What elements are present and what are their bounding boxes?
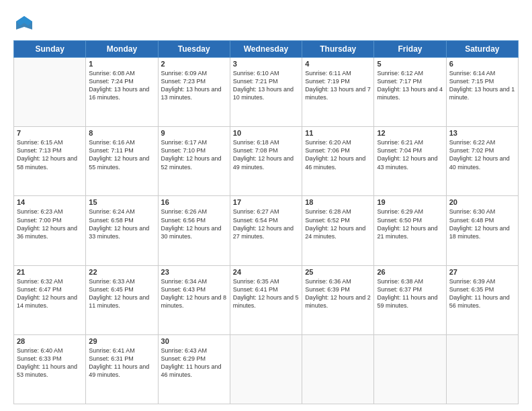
day-number: 17 — [233, 198, 299, 206]
day-detail: Sunrise: 6:10 AMSunset: 7:21 PMDaylight:… — [233, 69, 299, 102]
weekday-header-wednesday: Wednesday — [230, 41, 302, 58]
weekday-header-saturday: Saturday — [446, 41, 518, 58]
week-row-2: 7Sunrise: 6:15 AMSunset: 7:13 PMDaylight… — [14, 127, 519, 196]
day-detail: Sunrise: 6:35 AMSunset: 6:41 PMDaylight:… — [233, 277, 299, 310]
weekday-header-monday: Monday — [86, 41, 158, 58]
calendar-cell: 13Sunrise: 6:22 AMSunset: 7:02 PMDayligh… — [446, 127, 518, 196]
day-number: 20 — [449, 198, 515, 206]
calendar-cell: 12Sunrise: 6:21 AMSunset: 7:04 PMDayligh… — [374, 127, 446, 196]
calendar-cell — [230, 334, 302, 404]
week-row-3: 14Sunrise: 6:23 AMSunset: 7:00 PMDayligh… — [14, 196, 519, 265]
day-detail: Sunrise: 6:15 AMSunset: 7:13 PMDaylight:… — [17, 138, 83, 171]
calendar-cell: 19Sunrise: 6:29 AMSunset: 6:50 PMDayligh… — [374, 196, 446, 265]
day-number: 21 — [17, 268, 83, 276]
calendar-cell: 22Sunrise: 6:33 AMSunset: 6:45 PMDayligh… — [86, 265, 158, 334]
day-detail: Sunrise: 6:30 AMSunset: 6:48 PMDaylight:… — [449, 208, 515, 240]
calendar-cell: 29Sunrise: 6:41 AMSunset: 6:31 PMDayligh… — [86, 334, 158, 404]
calendar-cell: 14Sunrise: 6:23 AMSunset: 7:00 PMDayligh… — [14, 196, 86, 265]
day-detail: Sunrise: 6:21 AMSunset: 7:04 PMDaylight:… — [377, 138, 443, 171]
day-number: 2 — [161, 60, 227, 68]
logo — [13, 13, 38, 35]
calendar-cell: 11Sunrise: 6:20 AMSunset: 7:06 PMDayligh… — [302, 127, 374, 196]
weekday-header-thursday: Thursday — [302, 41, 374, 58]
calendar-cell: 30Sunrise: 6:43 AMSunset: 6:29 PMDayligh… — [158, 334, 230, 404]
day-number: 18 — [305, 198, 371, 206]
calendar-cell: 9Sunrise: 6:17 AMSunset: 7:10 PMDaylight… — [158, 127, 230, 196]
day-detail: Sunrise: 6:20 AMSunset: 7:06 PMDaylight:… — [305, 138, 371, 171]
calendar-cell: 15Sunrise: 6:24 AMSunset: 6:58 PMDayligh… — [86, 196, 158, 265]
calendar-cell: 24Sunrise: 6:35 AMSunset: 6:41 PMDayligh… — [230, 265, 302, 334]
day-detail: Sunrise: 6:08 AMSunset: 7:24 PMDaylight:… — [89, 69, 154, 102]
day-detail: Sunrise: 6:18 AMSunset: 7:08 PMDaylight:… — [233, 138, 299, 171]
calendar-cell: 4Sunrise: 6:11 AMSunset: 7:19 PMDaylight… — [302, 58, 374, 127]
calendar-cell: 25Sunrise: 6:36 AMSunset: 6:39 PMDayligh… — [302, 265, 374, 334]
day-detail: Sunrise: 6:36 AMSunset: 6:39 PMDaylight:… — [305, 277, 371, 310]
day-detail: Sunrise: 6:11 AMSunset: 7:19 PMDaylight:… — [305, 69, 371, 102]
calendar-cell: 18Sunrise: 6:28 AMSunset: 6:52 PMDayligh… — [302, 196, 374, 265]
calendar-cell: 10Sunrise: 6:18 AMSunset: 7:08 PMDayligh… — [230, 127, 302, 196]
day-number: 6 — [449, 60, 515, 68]
calendar-cell: 21Sunrise: 6:32 AMSunset: 6:47 PMDayligh… — [14, 265, 86, 334]
calendar-cell: 8Sunrise: 6:16 AMSunset: 7:11 PMDaylight… — [86, 127, 158, 196]
page: SundayMondayTuesdayWednesdayThursdayFrid… — [0, 0, 532, 411]
calendar-cell: 1Sunrise: 6:08 AMSunset: 7:24 PMDaylight… — [86, 58, 158, 127]
day-detail: Sunrise: 6:26 AMSunset: 6:56 PMDaylight:… — [161, 208, 227, 240]
calendar-table: SundayMondayTuesdayWednesdayThursdayFrid… — [13, 40, 519, 404]
day-detail: Sunrise: 6:28 AMSunset: 6:52 PMDaylight:… — [305, 208, 371, 240]
week-row-1: 1Sunrise: 6:08 AMSunset: 7:24 PMDaylight… — [14, 58, 519, 127]
header — [13, 11, 519, 35]
weekday-header-tuesday: Tuesday — [158, 41, 230, 58]
calendar-cell: 20Sunrise: 6:30 AMSunset: 6:48 PMDayligh… — [446, 196, 518, 265]
day-detail: Sunrise: 6:41 AMSunset: 6:31 PMDaylight:… — [89, 347, 154, 379]
day-detail: Sunrise: 6:39 AMSunset: 6:35 PMDaylight:… — [449, 277, 515, 310]
weekday-header-sunday: Sunday — [14, 41, 86, 58]
day-number: 3 — [233, 60, 299, 68]
day-detail: Sunrise: 6:22 AMSunset: 7:02 PMDaylight:… — [449, 138, 515, 171]
day-detail: Sunrise: 6:43 AMSunset: 6:29 PMDaylight:… — [161, 347, 227, 379]
day-detail: Sunrise: 6:38 AMSunset: 6:37 PMDaylight:… — [377, 277, 443, 310]
day-detail: Sunrise: 6:29 AMSunset: 6:50 PMDaylight:… — [377, 208, 443, 240]
day-detail: Sunrise: 6:14 AMSunset: 7:15 PMDaylight:… — [449, 69, 515, 102]
day-number: 26 — [377, 268, 443, 276]
day-number: 9 — [161, 129, 227, 137]
day-number: 19 — [377, 198, 443, 206]
calendar-cell: 5Sunrise: 6:12 AMSunset: 7:17 PMDaylight… — [374, 58, 446, 127]
day-number: 27 — [449, 268, 515, 276]
day-detail: Sunrise: 6:12 AMSunset: 7:17 PMDaylight:… — [377, 69, 443, 102]
weekday-header-friday: Friday — [374, 41, 446, 58]
calendar-cell — [446, 334, 518, 404]
day-number: 8 — [89, 129, 154, 137]
day-detail: Sunrise: 6:34 AMSunset: 6:43 PMDaylight:… — [161, 277, 227, 310]
calendar-cell: 28Sunrise: 6:40 AMSunset: 6:33 PMDayligh… — [14, 334, 86, 404]
calendar-cell — [374, 334, 446, 404]
day-detail: Sunrise: 6:17 AMSunset: 7:10 PMDaylight:… — [161, 138, 227, 171]
day-detail: Sunrise: 6:33 AMSunset: 6:45 PMDaylight:… — [89, 277, 154, 310]
calendar-cell: 27Sunrise: 6:39 AMSunset: 6:35 PMDayligh… — [446, 265, 518, 334]
day-number: 5 — [377, 60, 443, 68]
day-detail: Sunrise: 6:16 AMSunset: 7:11 PMDaylight:… — [89, 138, 154, 171]
day-number: 28 — [17, 337, 83, 345]
calendar-cell: 2Sunrise: 6:09 AMSunset: 7:23 PMDaylight… — [158, 58, 230, 127]
calendar-cell: 23Sunrise: 6:34 AMSunset: 6:43 PMDayligh… — [158, 265, 230, 334]
day-number: 25 — [305, 268, 371, 276]
day-number: 4 — [305, 60, 371, 68]
day-number: 11 — [305, 129, 371, 137]
day-number: 29 — [89, 337, 154, 345]
calendar-cell: 3Sunrise: 6:10 AMSunset: 7:21 PMDaylight… — [230, 58, 302, 127]
day-number: 12 — [377, 129, 443, 137]
calendar-cell — [302, 334, 374, 404]
day-detail: Sunrise: 6:23 AMSunset: 7:00 PMDaylight:… — [17, 208, 83, 240]
calendar-cell: 16Sunrise: 6:26 AMSunset: 6:56 PMDayligh… — [158, 196, 230, 265]
day-number: 22 — [89, 268, 154, 276]
day-detail: Sunrise: 6:32 AMSunset: 6:47 PMDaylight:… — [17, 277, 83, 310]
calendar-cell — [14, 58, 86, 127]
logo-icon — [13, 13, 35, 35]
day-number: 23 — [161, 268, 227, 276]
weekday-header-row: SundayMondayTuesdayWednesdayThursdayFrid… — [14, 41, 519, 58]
calendar-cell: 7Sunrise: 6:15 AMSunset: 7:13 PMDaylight… — [14, 127, 86, 196]
week-row-5: 28Sunrise: 6:40 AMSunset: 6:33 PMDayligh… — [14, 334, 519, 404]
calendar-cell: 6Sunrise: 6:14 AMSunset: 7:15 PMDaylight… — [446, 58, 518, 127]
day-number: 14 — [17, 198, 83, 206]
day-detail: Sunrise: 6:27 AMSunset: 6:54 PMDaylight:… — [233, 208, 299, 240]
day-number: 15 — [89, 198, 154, 206]
